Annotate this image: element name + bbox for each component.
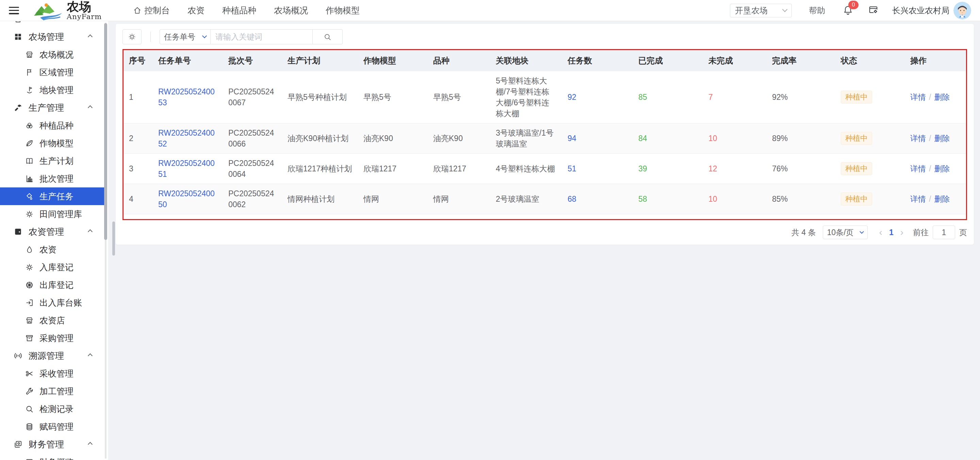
store-icon [25,316,34,325]
wheel-icon [25,281,34,289]
task-count-link[interactable]: 92 [568,93,576,102]
table-header-row: 序号 任务单号 批次号 生产计划 作物模型 品种 关联地块 任务数 已完成 未完… [124,50,966,71]
next-page-button[interactable]: › [897,227,907,238]
farm-select[interactable]: 开垦农场 [730,4,792,18]
nav-item-varieties[interactable]: 种植品种 [222,5,256,16]
task-count-link[interactable]: 94 [568,134,576,143]
app-logo: 农场 AnyFarm [33,0,102,21]
current-page[interactable]: 1 [886,228,897,237]
user-name[interactable]: 长兴农业农村局 [892,5,950,16]
notifications-button[interactable]: 0 [843,5,853,16]
search-button[interactable] [313,29,343,44]
sidebar-item-clipped[interactable] [0,21,108,28]
archive-icon [25,334,34,342]
status-badge: 种植中 [841,132,872,145]
goto-page-input[interactable] [933,225,955,239]
detail-link[interactable]: 详情 [910,134,926,143]
nav-item-supplies[interactable]: 农资 [188,5,205,16]
nav-item-farm-overview[interactable]: 农场概况 [274,5,308,16]
sidebar-item-batch-mgmt[interactable]: 批次管理 [0,170,105,187]
total-count: 共 4 条 [791,227,816,238]
sidebar-group-finance-mgmt[interactable]: 财务管理 [0,436,105,453]
database-icon [25,423,34,431]
sidebar-item-finance-overview[interactable]: 财务概览 [0,453,105,460]
help-link[interactable]: 帮助 [809,5,825,16]
col-header-sn: 序号 [124,50,153,71]
sidebar-group-farm-mgmt[interactable]: 农场管理 [0,28,105,46]
sidebar-item-crop-model[interactable]: 作物模型 [0,134,105,152]
delete-link[interactable]: 删除 [934,134,950,143]
task-count-link[interactable]: 51 [568,164,576,173]
sidebar-item-outbound-register[interactable]: 出库登记 [0,276,105,294]
sidebar-group-supplies-mgmt[interactable]: 农资管理 [0,223,105,241]
sidebar-item-purchase-mgmt[interactable]: 采购管理 [0,329,105,347]
sidebar-item-supplies[interactable]: 农资 [0,241,105,258]
toolbar-divider [150,32,151,42]
column-settings-button[interactable] [123,29,142,44]
task-count-link[interactable]: 68 [568,195,576,203]
sidebar-item-processing-mgmt[interactable]: 加工管理 [0,382,105,400]
sidebar-item-code-mgmt[interactable]: 赋码管理 [0,418,105,436]
sidebar-item-production-tasks[interactable]: 生产任务 [0,187,105,205]
avatar[interactable] [953,2,971,19]
delete-link[interactable]: 删除 [934,195,950,203]
sidebar-item-farm-overview[interactable]: 农场概况 [0,46,105,63]
col-header-plots: 关联地块 [490,50,562,71]
status-badge: 种植中 [841,91,872,104]
store-icon [25,50,34,59]
sidebar: 农场管理 农场概况 区域管理 地块管理 生产管理 种植品种 作物模型 生产计划 … [0,21,108,460]
task-no-link[interactable]: RW202505240051 [158,159,215,179]
detail-link[interactable]: 详情 [910,195,926,203]
window-gear-icon [868,5,878,15]
delete-link[interactable]: 删除 [934,164,950,173]
workbench-button[interactable] [868,5,878,16]
task-no-link[interactable]: RW202505240053 [158,87,215,107]
nav-item-crop-models[interactable]: 作物模型 [326,5,360,16]
drop-icon [25,245,34,254]
sidebar-item-inout-ledger[interactable]: 出入库台账 [0,294,105,311]
detail-link[interactable]: 详情 [910,164,926,173]
sidebar-item-plot-mgmt[interactable]: 地块管理 [0,81,105,99]
sidebar-item-supplies-store[interactable]: 农资店 [0,311,105,329]
chevron-down-icon [202,34,207,38]
sidebar-item-harvest-mgmt[interactable]: 采收管理 [0,364,105,382]
col-header-actions: 操作 [905,50,966,71]
task-no-link[interactable]: RW202505240052 [158,128,215,148]
search-input[interactable] [211,29,313,44]
sidebar-item-planting-varieties[interactable]: 种植品种 [0,117,105,134]
nav-item-console[interactable]: 控制台 [133,5,170,16]
enter-icon [25,299,34,307]
filter-field-select[interactable]: 任务单号 [159,29,211,44]
sidebar-item-field-mgmt-library[interactable]: 田间管理库 [0,205,105,223]
sidebar-item-inspection-records[interactable]: 检测记录 [0,400,105,418]
sidebar-item-production-plan[interactable]: 生产计划 [0,152,105,170]
table-row: 2 RW202505240052 PC202505240066 油亮K90种植计… [124,123,966,154]
sidebar-group-traceability-mgmt[interactable]: 溯源管理 [0,347,105,364]
sidebar-scrollbar-thumb[interactable] [104,23,107,240]
goto-label: 前往 [913,227,929,238]
cards-icon [14,440,22,449]
col-header-crop-model: 作物模型 [358,50,428,71]
sidebar-group-production-mgmt[interactable]: 生产管理 [0,99,105,117]
search-icon [25,405,34,413]
main-content: 任务单号 序号 任务单号 批次号 [108,21,980,460]
prev-page-button[interactable]: ‹ [876,227,886,238]
gear-icon [25,210,34,219]
hamburger-menu-icon[interactable] [9,7,19,14]
chevron-down-icon [859,229,864,234]
wallet-icon [14,227,22,236]
table-row: 4 RW202505240050 PC202505240062 情网种植计划 情… [124,184,966,214]
table-toolbar: 任务单号 [123,29,967,44]
task-no-link[interactable]: RW202505240050 [158,189,215,209]
page-size-select[interactable]: 10条/页 [823,225,868,239]
content-scrollbar-thumb[interactable] [112,222,115,256]
sidebar-item-inbound-register[interactable]: 入库登记 [0,258,105,276]
grid-icon [14,32,22,41]
bar-chart-icon [25,174,34,183]
home-icon [14,21,22,24]
detail-link[interactable]: 详情 [910,93,926,102]
sidebar-item-region-mgmt[interactable]: 区域管理 [0,63,105,81]
delete-link[interactable]: 删除 [934,93,950,102]
col-header-tasks: 任务数 [562,50,633,71]
col-header-task-no: 任务单号 [153,50,223,71]
